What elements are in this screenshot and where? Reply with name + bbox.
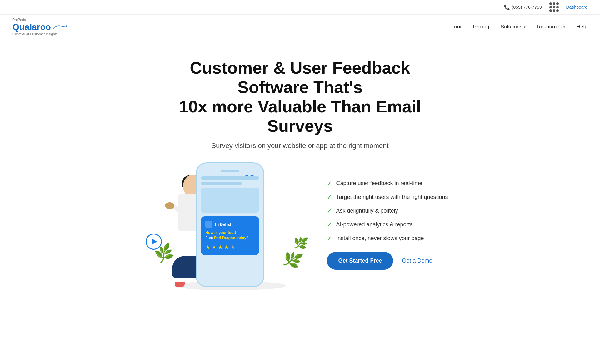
survey-stars: ★ ★ ★ ★ ★: [205, 244, 255, 251]
feature-label-0: Capture user feedback in real-time: [336, 180, 422, 187]
feature-item-3: ✓ AI-powered analytics & reports: [327, 221, 448, 228]
person-foot-left: [175, 282, 185, 287]
top-bar: 📞 (855) 776-7763 Dashboard: [0, 0, 600, 15]
phone-icon: 📞: [504, 4, 510, 10]
survey-question: How is your food from Red Dragon today?: [205, 230, 255, 241]
dashboard-link[interactable]: Dashboard: [566, 5, 588, 10]
leaf-right-icon: 🌿: [281, 248, 305, 271]
star-1: ★: [205, 244, 210, 251]
check-icon-1: ✓: [327, 194, 332, 201]
survey-card: Hi Bella! How is your food from Red Drag…: [201, 216, 259, 255]
phone-notch: [221, 170, 239, 172]
phone-number-area: 📞 (855) 776-7763: [504, 4, 542, 10]
feature-label-3: AI-powered analytics & reports: [336, 221, 412, 228]
check-icon-2: ✓: [327, 208, 332, 214]
get-demo-link[interactable]: Get a Demo →: [402, 258, 440, 264]
resources-chevron-icon: ▾: [563, 25, 565, 29]
survey-avatar: [205, 221, 212, 228]
nav-resources[interactable]: Resources ▾: [537, 24, 565, 30]
apps-grid-icon[interactable]: [549, 2, 559, 12]
feature-label-2: Ask delightfully & politely: [336, 208, 398, 214]
cta-area: Get Started Free Get a Demo →: [327, 252, 448, 270]
star-3: ★: [218, 244, 223, 251]
hero-subheadline: Survey visitors on your website or app a…: [12, 142, 588, 150]
phone-mockup: ✦ ✦ Hi Bella! How is your food from Red …: [196, 162, 264, 287]
hero-headline: Customer & User Feedback Software That's…: [159, 58, 441, 135]
star-5: ★: [230, 244, 235, 251]
hero-illustration: 🌿 🌿 🌿: [152, 162, 308, 287]
logo[interactable]: ProProfs Qualaroo Contextual Customer In…: [12, 18, 68, 36]
brand-proprofs: ProProfs: [12, 18, 68, 22]
check-icon-0: ✓: [327, 180, 332, 187]
survey-brand-name: Red Dragon: [214, 236, 235, 240]
brand-name: Qualaroo: [12, 22, 51, 32]
nav-help[interactable]: Help: [577, 24, 588, 30]
star-4: ★: [224, 244, 229, 251]
main-nav: ProProfs Qualaroo Contextual Customer In…: [0, 15, 600, 39]
nav-tour[interactable]: Tour: [452, 24, 462, 30]
nav-links: Tour Pricing Solutions ▾ Resources ▾ Hel…: [452, 24, 588, 30]
star-2: ★: [212, 244, 217, 251]
hero-section: Customer & User Feedback Software That's…: [0, 39, 600, 150]
feature-label-4: Install once, never slows your page: [336, 235, 424, 242]
phone-number: (855) 776-7763: [512, 5, 542, 10]
main-content: 🌿 🌿 🌿: [0, 162, 600, 306]
survey-greeting: Hi Bella!: [215, 222, 231, 227]
check-icon-4: ✓: [327, 235, 332, 242]
phone-content-box: [201, 188, 259, 213]
leaf-right2-icon: 🌿: [292, 235, 309, 251]
get-started-button[interactable]: Get Started Free: [327, 252, 393, 270]
demo-arrow-icon: →: [434, 258, 440, 264]
brand-swoosh-icon: [52, 24, 68, 30]
play-triangle-icon: [152, 239, 157, 245]
nav-solutions[interactable]: Solutions ▾: [501, 24, 526, 30]
feature-item-2: ✓ Ask delightfully & politely: [327, 208, 448, 214]
features-cta-section: ✓ Capture user feedback in real-time ✓ T…: [327, 180, 448, 270]
get-demo-label: Get a Demo: [402, 258, 432, 264]
check-icon-3: ✓: [327, 221, 332, 228]
brand-tagline: Contextual Customer Insights: [12, 32, 68, 36]
feature-item-1: ✓ Target the right users with the right …: [327, 194, 448, 201]
phone-bar-2: [201, 182, 242, 185]
survey-card-header: Hi Bella!: [205, 221, 255, 228]
feature-item-4: ✓ Install once, never slows your page: [327, 235, 448, 242]
features-list: ✓ Capture user feedback in real-time ✓ T…: [327, 180, 448, 242]
phone-spark-icon: ✦ ✦: [245, 173, 254, 179]
solutions-chevron-icon: ▾: [524, 25, 526, 29]
nav-pricing[interactable]: Pricing: [473, 24, 489, 30]
feature-item-0: ✓ Capture user feedback in real-time: [327, 180, 448, 187]
feature-label-1: Target the right users with the right qu…: [336, 194, 448, 200]
